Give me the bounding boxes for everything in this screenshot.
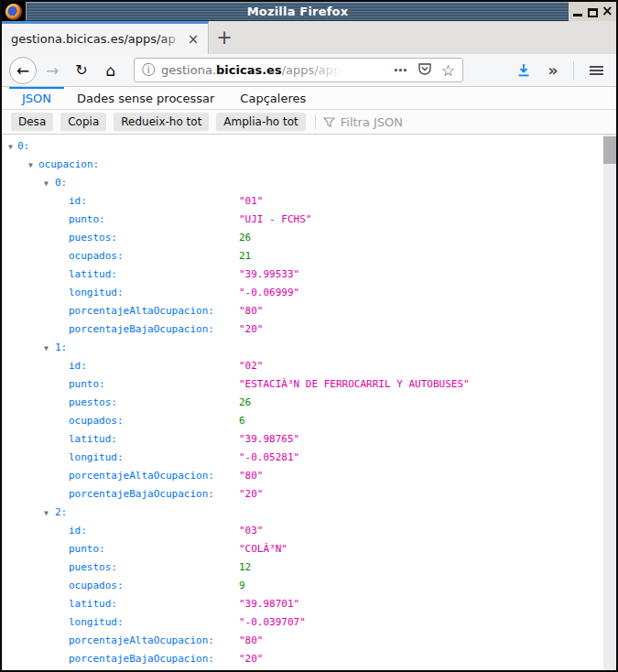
json-key: longitud: bbox=[69, 284, 124, 302]
json-key: porcentajeBajaOcupacion: bbox=[69, 485, 214, 504]
json-key: ocupados: bbox=[69, 247, 124, 266]
downloads-button[interactable] bbox=[511, 59, 537, 82]
json-row: porcentajeAltaOcupacion:"80" bbox=[3, 632, 603, 650]
json-row: puestos:12 bbox=[3, 558, 603, 577]
url-bar[interactable]: ⓘ gestiona.bicicas.es/apps/apps ⋯ ☆ bbox=[134, 58, 463, 82]
json-key: latitud: bbox=[69, 266, 117, 284]
tab-raw-data[interactable]: Dades sense processar bbox=[64, 87, 227, 109]
maximize-button[interactable] bbox=[587, 5, 599, 17]
tab-close-icon[interactable]: × bbox=[184, 30, 202, 49]
url-path: /apps/apps bbox=[282, 63, 347, 77]
active-browser-tab[interactable]: gestiona.bicicas.es/apps/ap × bbox=[2, 21, 209, 54]
json-key: punto: bbox=[69, 375, 105, 394]
json-value: "80" bbox=[239, 632, 264, 650]
browser-tab-bar: gestiona.bicicas.es/apps/ap × + bbox=[2, 21, 616, 54]
json-row: latitud:"39.98765" bbox=[3, 430, 603, 449]
json-key: porcentajeBajaOcupacion: bbox=[69, 320, 214, 339]
tab-headers[interactable]: Capçaleres bbox=[227, 87, 319, 109]
json-row: punto:"UJI - FCHS" bbox=[3, 211, 603, 229]
filter-placeholder: Filtra JSON bbox=[341, 115, 403, 129]
json-value: "20" bbox=[239, 650, 264, 668]
collapse-all-button[interactable]: Redueix-ho tot bbox=[114, 113, 209, 131]
json-row: ▼0: bbox=[3, 137, 603, 156]
expander-arrow-icon[interactable]: ▼ bbox=[28, 157, 33, 175]
tab-json[interactable]: JSON bbox=[9, 87, 64, 109]
expander-arrow-icon[interactable]: ▼ bbox=[8, 138, 13, 157]
json-key: porcentajeAltaOcupacion: bbox=[69, 302, 214, 320]
funnel-icon bbox=[323, 116, 335, 128]
json-key: 2: bbox=[55, 504, 67, 522]
home-button[interactable]: ⌂ bbox=[99, 59, 123, 82]
window-title: Mozilla Firefox bbox=[247, 5, 349, 18]
json-value: 26 bbox=[239, 394, 251, 412]
window-controls: × bbox=[569, 2, 616, 21]
expander-arrow-icon[interactable]: ▼ bbox=[44, 340, 49, 358]
json-row: ocupados:6 bbox=[3, 412, 603, 430]
json-filter-input[interactable]: Filtra JSON bbox=[323, 115, 403, 129]
vertical-scrollbar[interactable] bbox=[603, 135, 616, 671]
json-key: punto: bbox=[69, 211, 105, 229]
json-key: puestos: bbox=[69, 558, 117, 577]
copy-button[interactable]: Copia bbox=[60, 113, 106, 131]
url-text: gestiona.bicicas.es/apps/apps bbox=[161, 63, 347, 77]
scrollbar-thumb[interactable] bbox=[603, 136, 616, 164]
tab-title: gestiona.bicicas.es/apps/ap bbox=[11, 31, 184, 48]
json-row: latitud:"39.98701" bbox=[3, 595, 603, 613]
pocket-icon[interactable] bbox=[417, 61, 432, 80]
json-row: id:"02" bbox=[3, 357, 603, 375]
json-row: ▼1: bbox=[3, 339, 603, 357]
title-bar-drag-area[interactable]: Mozilla Firefox bbox=[26, 2, 569, 21]
json-value: 26 bbox=[239, 229, 251, 247]
json-row: longitud:"-0.039707" bbox=[3, 613, 603, 632]
json-value: "01" bbox=[239, 192, 264, 211]
reload-button[interactable]: ↻ bbox=[70, 59, 93, 82]
json-key: 0: bbox=[55, 174, 67, 192]
json-row: ocupados:9 bbox=[3, 577, 603, 595]
json-key: porcentajeBajaOcupacion: bbox=[69, 650, 214, 668]
json-tree-panel: ▼0:▼ocupacion:▼0:id:"01"punto:"UJI - FCH… bbox=[2, 135, 616, 671]
back-button[interactable]: ← bbox=[9, 57, 37, 84]
json-key: latitud: bbox=[69, 595, 117, 613]
json-key: 1: bbox=[55, 339, 67, 357]
json-key: id: bbox=[69, 522, 87, 540]
json-key: latitud: bbox=[69, 430, 117, 449]
json-value: 6 bbox=[239, 412, 245, 430]
json-row: porcentajeAltaOcupacion:"80" bbox=[3, 302, 603, 320]
save-button[interactable]: Desa bbox=[11, 113, 53, 131]
json-key: id: bbox=[69, 192, 87, 211]
json-value: "-0.039707" bbox=[239, 613, 306, 632]
filter-separator bbox=[315, 114, 316, 129]
page-actions-icon[interactable]: ⋯ bbox=[394, 62, 408, 79]
expander-arrow-icon[interactable]: ▼ bbox=[44, 175, 49, 193]
navigation-toolbar: ← → ↻ ⌂ ⓘ gestiona.bicicas.es/apps/apps … bbox=[2, 54, 616, 87]
json-key: punto: bbox=[69, 540, 105, 558]
toolbar-separator bbox=[573, 61, 574, 80]
bookmark-star-icon[interactable]: ☆ bbox=[441, 61, 455, 80]
forward-button[interactable]: → bbox=[40, 59, 64, 82]
json-value: "02" bbox=[239, 357, 264, 375]
expander-arrow-icon[interactable]: ▼ bbox=[44, 504, 49, 523]
json-rows: ▼0:▼ocupacion:▼0:id:"01"punto:"UJI - FCH… bbox=[3, 137, 603, 668]
window-icon-box bbox=[2, 2, 26, 21]
expand-all-button[interactable]: Amplia-ho tot bbox=[216, 113, 305, 131]
tab-title-fade bbox=[160, 31, 184, 48]
json-value: "20" bbox=[239, 485, 264, 504]
json-value: "80" bbox=[239, 467, 264, 485]
title-bar: Mozilla Firefox × bbox=[2, 2, 616, 21]
json-row: id:"01" bbox=[3, 192, 603, 211]
minimize-button[interactable] bbox=[571, 5, 583, 17]
json-row: ▼ocupacion: bbox=[3, 156, 603, 174]
site-info-icon[interactable]: ⓘ bbox=[142, 62, 155, 79]
json-viewer-tabs: JSON Dades sense processar Capçaleres bbox=[2, 87, 616, 110]
json-row: puestos:26 bbox=[3, 394, 603, 412]
new-tab-button[interactable]: + bbox=[209, 21, 240, 54]
url-domain: bicicas.es bbox=[216, 63, 282, 77]
overflow-chevrons-icon[interactable]: » bbox=[542, 59, 564, 82]
json-key: puestos: bbox=[69, 229, 117, 247]
json-key: id: bbox=[69, 357, 87, 375]
json-row: ▼0: bbox=[3, 174, 603, 192]
hamburger-menu-button[interactable] bbox=[583, 59, 609, 82]
close-button[interactable]: × bbox=[602, 5, 613, 17]
json-key: 0: bbox=[17, 137, 29, 156]
json-viewer-toolbar: Desa Copia Redueix-ho tot Amplia-ho tot … bbox=[2, 110, 616, 135]
